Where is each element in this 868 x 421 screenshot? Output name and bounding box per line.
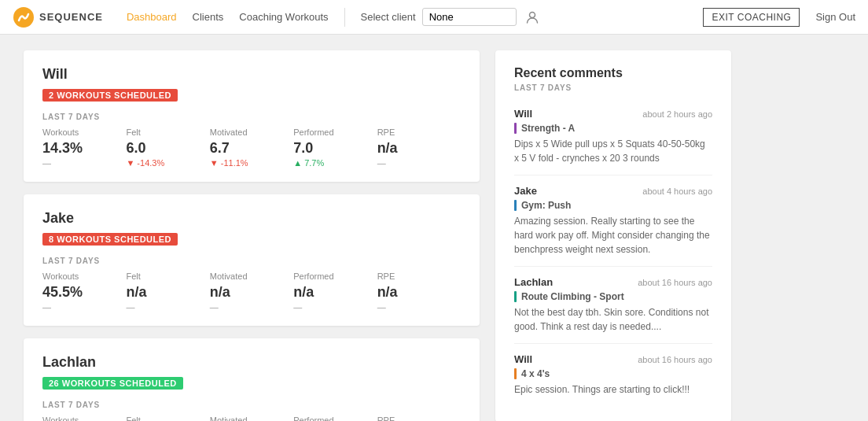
comment-text: Not the best day tbh. Skin sore. Conditi… bbox=[514, 305, 712, 334]
comments-title: Recent comments bbox=[514, 66, 712, 80]
client-card: Jake 8 WORKOUTS SCHEDULED LAST 7 DAYS Wo… bbox=[24, 194, 480, 326]
comment-text: Amazing session. Really starting to see … bbox=[514, 214, 712, 257]
workouts-badge: 26 WORKOUTS SCHEDULED bbox=[42, 377, 183, 390]
stat-block: Workouts 27.3% ▲ 9.1% bbox=[42, 415, 126, 421]
main-content: Will 2 WORKOUTS SCHEDULED LAST 7 DAYS Wo… bbox=[0, 35, 868, 421]
workouts-badge: 2 WORKOUTS SCHEDULED bbox=[42, 89, 178, 102]
stat-block: Felt 6.0 ▼ -14.3% bbox=[126, 127, 209, 168]
stat-block: Felt 8.0 ▲ 23.1% bbox=[126, 415, 209, 421]
stat-change: ▼ -14.3% bbox=[126, 158, 209, 168]
stat-label: Motivated bbox=[210, 415, 293, 421]
stat-label: Performed bbox=[293, 127, 377, 137]
select-client-area: Select client bbox=[361, 8, 542, 27]
last-7-days-label: LAST 7 DAYS bbox=[42, 401, 461, 409]
comment-workout-tag: 4 x 4's bbox=[514, 368, 712, 379]
comment-entry: Jake about 4 hours ago Gym: Push Amazing… bbox=[514, 175, 712, 267]
nav-links: Dashboard Clients Coaching Workouts bbox=[127, 11, 329, 23]
stats-row: Workouts 45.5% — Felt n/a — Motivated n/… bbox=[42, 271, 461, 312]
stat-label: Motivated bbox=[210, 127, 293, 137]
workout-name: Gym: Push bbox=[521, 200, 571, 211]
stat-block: RPE n/a — bbox=[377, 271, 461, 312]
stat-value: 6.7 bbox=[210, 140, 293, 157]
workout-name: Strength - A bbox=[521, 123, 575, 134]
comment-entry: Lachlan about 16 hours ago Route Climbin… bbox=[514, 267, 712, 344]
comment-user: Will bbox=[514, 353, 532, 365]
stat-value: n/a bbox=[377, 284, 461, 301]
comment-time: about 4 hours ago bbox=[642, 186, 712, 196]
stat-value: n/a bbox=[126, 284, 209, 301]
stat-block: Motivated 6.7 ▼ -11.1% bbox=[210, 127, 293, 168]
stat-label: Workouts bbox=[42, 271, 126, 281]
stat-block: Workouts 14.3% — bbox=[42, 127, 126, 168]
stat-value: 7.0 bbox=[293, 140, 377, 157]
nav-coaching-workouts[interactable]: Coaching Workouts bbox=[239, 11, 328, 23]
comment-text: Dips x 5 Wide pull ups x 5 Squats 40-50-… bbox=[514, 137, 712, 165]
stat-change: — bbox=[42, 302, 126, 312]
stat-change: — bbox=[126, 302, 209, 312]
stat-label: RPE bbox=[377, 415, 461, 421]
stat-block: Motivated 7.0 ▼ -6.7% bbox=[210, 415, 293, 421]
last-7-days-label: LAST 7 DAYS bbox=[42, 257, 461, 265]
comment-header: Lachlan about 16 hours ago bbox=[514, 276, 712, 288]
comment-workout-tag: Strength - A bbox=[514, 123, 712, 134]
tag-bar bbox=[514, 291, 517, 302]
stat-block: RPE n/a — bbox=[377, 127, 461, 168]
stat-block: Performed 7.5 ▲ 15.4% bbox=[293, 415, 377, 421]
client-name: Will bbox=[42, 66, 461, 83]
logo-area: SEQUENCE bbox=[13, 6, 103, 28]
logo-icon bbox=[13, 6, 35, 28]
recent-comments-panel: Recent comments LAST 7 DAYS Will about 2… bbox=[495, 50, 731, 421]
comment-entry: Will about 16 hours ago 4 x 4's Epic ses… bbox=[514, 344, 712, 406]
client-select-input[interactable] bbox=[422, 8, 517, 26]
navbar: SEQUENCE Dashboard Clients Coaching Work… bbox=[0, 0, 868, 35]
stat-label: Performed bbox=[293, 271, 377, 281]
stat-change: — bbox=[293, 302, 377, 312]
stat-change: — bbox=[210, 302, 293, 312]
comment-user: Lachlan bbox=[514, 276, 553, 288]
stat-label: RPE bbox=[377, 271, 461, 281]
stat-value: 45.5% bbox=[42, 284, 126, 301]
comment-header: Will about 16 hours ago bbox=[514, 353, 712, 365]
client-card: Will 2 WORKOUTS SCHEDULED LAST 7 DAYS Wo… bbox=[24, 50, 480, 182]
stat-label: Felt bbox=[126, 415, 209, 421]
stat-label: Workouts bbox=[42, 415, 126, 421]
comments-list: Will about 2 hours ago Strength - A Dips… bbox=[514, 98, 712, 406]
exit-coaching-button[interactable]: EXIT COACHING bbox=[703, 8, 800, 27]
comment-header: Jake about 4 hours ago bbox=[514, 185, 712, 197]
comment-time: about 16 hours ago bbox=[638, 278, 712, 287]
nav-dashboard[interactable]: Dashboard bbox=[127, 11, 177, 23]
stat-label: RPE bbox=[377, 127, 461, 137]
comment-user: Jake bbox=[514, 185, 537, 197]
comment-header: Will about 2 hours ago bbox=[514, 108, 712, 120]
stat-value: 6.0 bbox=[126, 140, 209, 157]
last-7-days-label: LAST 7 DAYS bbox=[42, 113, 461, 121]
stat-change: — bbox=[377, 158, 461, 168]
client-card: Lachlan 26 WORKOUTS SCHEDULED LAST 7 DAY… bbox=[24, 338, 480, 421]
stats-row: Workouts 14.3% — Felt 6.0 ▼ -14.3% Motiv… bbox=[42, 127, 461, 168]
stat-label: Performed bbox=[293, 415, 377, 421]
stat-value: n/a bbox=[377, 140, 461, 157]
comment-workout-tag: Gym: Push bbox=[514, 200, 712, 211]
logo-text: SEQUENCE bbox=[39, 11, 103, 23]
comment-time: about 16 hours ago bbox=[638, 355, 712, 364]
user-icon bbox=[523, 8, 542, 27]
comment-entry: Will about 2 hours ago Strength - A Dips… bbox=[514, 98, 712, 175]
nav-clients[interactable]: Clients bbox=[193, 11, 224, 23]
sign-out-link[interactable]: Sign Out bbox=[815, 11, 855, 23]
stat-block: Workouts 45.5% — bbox=[42, 271, 126, 312]
stat-change: ▲ 7.7% bbox=[293, 158, 377, 168]
workout-name: Route Climbing - Sport bbox=[521, 291, 624, 302]
stat-value: n/a bbox=[293, 284, 377, 301]
tag-bar bbox=[514, 123, 517, 134]
comment-user: Will bbox=[514, 108, 532, 120]
nav-divider bbox=[344, 8, 345, 27]
stat-block: Felt n/a — bbox=[126, 271, 209, 312]
comment-workout-tag: Route Climbing - Sport bbox=[514, 291, 712, 302]
svg-point-1 bbox=[529, 12, 535, 17]
stat-block: RPE n/a — bbox=[377, 415, 461, 421]
stat-label: Felt bbox=[126, 271, 209, 281]
tag-bar bbox=[514, 368, 517, 379]
stats-row: Workouts 27.3% ▲ 9.1% Felt 8.0 ▲ 23.1% M… bbox=[42, 415, 461, 421]
stat-change: ▼ -11.1% bbox=[210, 158, 293, 168]
comment-text: Epic session. Things are starting to cli… bbox=[514, 382, 712, 397]
